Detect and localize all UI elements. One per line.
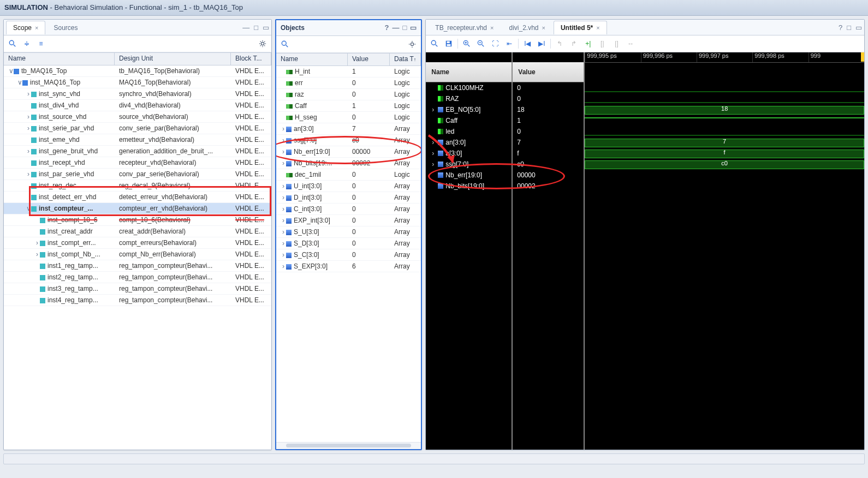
expander-icon[interactable]: › <box>26 170 31 178</box>
expander-icon[interactable]: › <box>281 240 286 247</box>
col-value[interactable]: Value <box>348 53 390 65</box>
maximize-icon[interactable]: ▭ <box>855 23 862 32</box>
expander-icon[interactable]: › <box>281 148 286 156</box>
expander-icon[interactable]: › <box>281 194 286 201</box>
object-row[interactable]: H_int1Logic <box>276 66 421 77</box>
wave-name-header[interactable]: Name <box>426 62 512 82</box>
next-marker-icon[interactable]: |] <box>611 38 622 49</box>
wave-signal-row[interactable]: ›a[3:0] <box>426 148 512 159</box>
wave-signal-row[interactable]: ›an[3:0] <box>426 137 512 148</box>
object-row[interactable]: ›S_U[3:0]0Array <box>276 226 421 238</box>
scope-row[interactable]: ›inst_par_serie_vhdconv_par_serie(Behavi… <box>4 169 271 180</box>
scope-row[interactable]: ∨inst_MAQ16_TopMAQ16_Top(Behavioral)VHDL… <box>4 77 271 88</box>
wave-signal-row[interactable]: CLK100MHZ <box>426 82 512 93</box>
wave-signal-row[interactable]: Caff <box>426 115 512 126</box>
help-icon[interactable]: ? <box>839 23 842 32</box>
object-row[interactable]: ›Nb_err[19:0]00000Array <box>276 146 421 158</box>
scope-row[interactable]: inst2_reg_tamp...reg_tampon_compteur(Beh… <box>4 272 271 283</box>
object-row[interactable]: ›Nb_bits[19:...00002Array <box>276 158 421 169</box>
scope-row[interactable]: inst_compt_10_6compt_10_6(Behavioral)VHD… <box>4 214 271 226</box>
close-icon[interactable]: × <box>35 25 38 31</box>
object-row[interactable]: ›S_C[3:0]0Array <box>276 249 421 261</box>
restore-icon[interactable]: □ <box>254 23 258 32</box>
search-icon[interactable] <box>429 38 440 49</box>
scope-row[interactable]: ›inst_sync_vhdsynchro_vhd(Behavioral)VHD… <box>4 88 271 100</box>
help-icon[interactable]: ? <box>384 20 389 35</box>
expander-icon[interactable]: › <box>281 228 286 236</box>
maximize-icon[interactable]: ▭ <box>410 20 417 35</box>
col-name[interactable]: Name <box>4 53 115 65</box>
prev-icon[interactable]: I◀ <box>522 38 533 49</box>
scope-row[interactable]: ›inst_gene_bruit_vhdgeneration_addition_… <box>4 146 271 157</box>
wave-timeline[interactable]: 999,995 ps999,996 ps999,997 ps999,998 ps… <box>585 52 864 450</box>
prev-edge-icon[interactable]: ↰ <box>554 38 565 49</box>
close-icon[interactable]: × <box>596 25 599 31</box>
expander-icon[interactable]: ∨ <box>17 79 22 86</box>
scope-row[interactable]: ›inst_compt_err...compt_erreurs(Behavior… <box>4 237 271 249</box>
waveform-trace[interactable] <box>585 93 864 104</box>
waveform-trace[interactable] <box>585 170 864 181</box>
object-row[interactable]: ›S_EXP[3:0]6Array <box>276 261 421 272</box>
scope-row[interactable]: inst1_reg_tamp...reg_tampon_compteur(Beh… <box>4 260 271 272</box>
expander-icon[interactable]: ∨ <box>8 67 14 75</box>
cursor-marker[interactable] <box>861 52 864 62</box>
object-row[interactable]: ›D_int[3:0]0Array <box>276 192 421 204</box>
goto-cursor-icon[interactable]: ⇤ <box>504 38 515 49</box>
waveform-trace[interactable] <box>585 126 864 137</box>
object-row[interactable]: ›EXP_int[3:0]0Array <box>276 215 421 226</box>
scope-row[interactable]: ›inst_compt_Nb_...compt_Nb_err(Behaviora… <box>4 249 271 260</box>
close-icon[interactable]: × <box>490 25 494 31</box>
waveform-trace[interactable]: f <box>585 148 864 159</box>
scope-row[interactable]: inst4_reg_tamp...reg_tampon_compteur(Beh… <box>4 295 271 306</box>
col-datatype[interactable]: Data T↑ <box>390 53 421 65</box>
expander-icon[interactable]: › <box>26 147 31 155</box>
expander-icon[interactable]: › <box>281 205 286 213</box>
scope-row[interactable]: inst_eme_vhdemetteur_vhd(Behavioral)VHDL… <box>4 134 271 146</box>
collapse-icon[interactable]: ≑ <box>21 38 32 49</box>
object-row[interactable]: err0Logic <box>276 77 421 89</box>
filter-icon[interactable]: ≡ <box>35 38 46 49</box>
object-row[interactable]: H_sseg0Logic <box>276 112 421 123</box>
gear-icon[interactable] <box>257 38 268 49</box>
save-icon[interactable] <box>443 38 454 49</box>
restore-icon[interactable]: □ <box>402 20 407 35</box>
expander-icon[interactable]: › <box>281 217 286 224</box>
expander-icon[interactable]: › <box>281 251 286 259</box>
scope-row[interactable]: inst_div4_vhddiv4_vhd(Behavioral)VHDL E.… <box>4 100 271 111</box>
expander-icon[interactable]: › <box>281 125 286 133</box>
scope-row[interactable]: inst_creat_addrcreat_addr(Behavioral)VHD… <box>4 226 271 237</box>
expander-icon[interactable]: › <box>26 90 31 98</box>
restore-icon[interactable]: □ <box>847 23 851 32</box>
scope-rows[interactable]: ∨tb_MAQ16_Toptb_MAQ16_Top(Behavioral)VHD… <box>4 65 271 450</box>
waveform-trace[interactable]: 7 <box>585 137 864 148</box>
tab-scope[interactable]: Scope× <box>6 21 45 34</box>
search-icon[interactable] <box>280 39 290 50</box>
add-marker-icon[interactable]: +| <box>582 38 593 49</box>
scope-row[interactable]: inst_recept_vhdrecepteur_vhd(Behavioral)… <box>4 157 271 169</box>
scrollbar-horizontal[interactable] <box>286 444 411 447</box>
waveform-trace[interactable]: c0 <box>585 159 864 170</box>
zoom-fit-icon[interactable]: ⛶ <box>490 38 501 49</box>
expander-icon[interactable]: › <box>281 136 286 144</box>
tab-file-3[interactable]: Untitled 5*× <box>554 21 607 34</box>
waveform-trace[interactable]: 18 <box>585 104 864 115</box>
prev-marker-icon[interactable]: [| <box>597 38 608 49</box>
wave-signal-row[interactable]: ›ssg[7:0] <box>426 159 512 170</box>
zoom-out-icon[interactable] <box>475 38 486 49</box>
col-design-unit[interactable]: Design Unit <box>115 53 231 65</box>
expander-icon[interactable]: › <box>26 124 31 132</box>
waveform-trace[interactable] <box>585 82 864 93</box>
expander-icon[interactable]: › <box>281 262 286 270</box>
col-block-type[interactable]: Block T... <box>231 53 271 65</box>
zoom-in-icon[interactable] <box>461 38 472 49</box>
scope-row[interactable]: ›inst_serie_par_vhdconv_serie_par(Behavi… <box>4 123 271 134</box>
scope-row[interactable]: inst3_reg_tamp...reg_tampon_compteur(Beh… <box>4 283 271 295</box>
expander-icon[interactable]: › <box>26 113 31 121</box>
scope-row[interactable]: ∨tb_MAQ16_Toptb_MAQ16_Top(Behavioral)VHD… <box>4 65 271 77</box>
close-icon[interactable]: × <box>542 25 545 31</box>
expander-icon[interactable]: › <box>281 182 286 190</box>
wave-signal-row[interactable]: ›EB_NO[5:0] <box>426 104 512 115</box>
wave-signal-row[interactable]: led <box>426 126 512 137</box>
gear-icon[interactable] <box>407 39 418 50</box>
object-row[interactable]: ›C_int[3:0]0Array <box>276 204 421 215</box>
